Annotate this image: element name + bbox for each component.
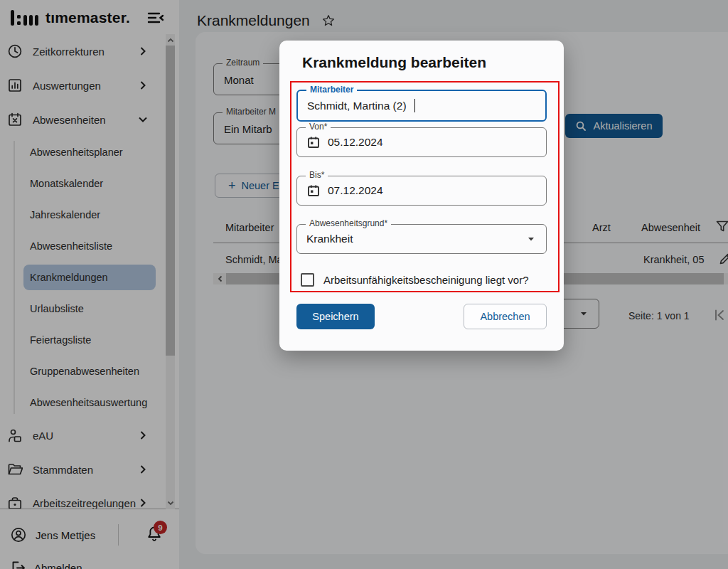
- bis-date-input[interactable]: Bis* 07.12.2024: [296, 176, 547, 206]
- von-date-input[interactable]: Von* 05.12.2024: [296, 127, 547, 157]
- dialog-title: Krankmeldung bearbeiten: [302, 54, 486, 71]
- speichern-label: Speichern: [312, 311, 358, 322]
- speichern-button[interactable]: Speichern: [296, 304, 375, 329]
- bis-value: 07.12.2024: [328, 184, 383, 197]
- abbrechen-label: Abbrechen: [480, 311, 530, 322]
- abbrechen-button[interactable]: Abbrechen: [464, 304, 547, 329]
- calendar-icon[interactable]: [306, 184, 321, 198]
- abwesenheitsgrund-value: Krankheit: [306, 233, 353, 245]
- abwesenheitsgrund-select[interactable]: Abwesenheitsgrund* Krankheit: [296, 224, 547, 254]
- text-cursor: [414, 99, 416, 112]
- mitarbeiter-input[interactable]: Mitarbeiter Schmidt, Martina (2): [296, 90, 547, 122]
- caret-down-icon: [526, 234, 536, 244]
- calendar-icon[interactable]: [306, 135, 321, 149]
- von-value: 05.12.2024: [328, 136, 383, 149]
- checkbox-label: Arbeitsunfähigkeitsbescheinigung liegt v…: [323, 274, 529, 286]
- krankmeldung-bearbeiten-dialog: Krankmeldung bearbeiten Mitarbeiter Schm…: [279, 41, 564, 351]
- au-bescheinigung-checkbox[interactable]: Arbeitsunfähigkeitsbescheinigung liegt v…: [301, 273, 529, 287]
- mitarbeiter-input-value: Schmidt, Martina (2): [307, 100, 407, 112]
- checkbox-icon[interactable]: [301, 273, 314, 287]
